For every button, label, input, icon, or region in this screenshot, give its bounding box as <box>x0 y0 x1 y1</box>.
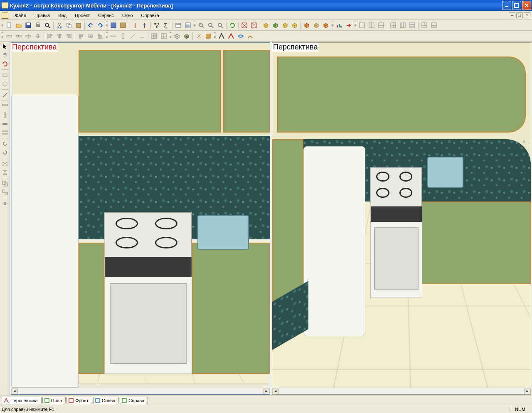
eye-button[interactable] <box>1 199 9 208</box>
line-button[interactable] <box>1 91 9 99</box>
texture2-button[interactable] <box>204 32 213 41</box>
menu-view[interactable]: Вид <box>54 12 71 19</box>
layout1-button[interactable] <box>357 21 367 30</box>
rect-button[interactable] <box>1 71 9 79</box>
view1-button[interactable] <box>217 32 226 41</box>
shelf-button[interactable] <box>1 128 9 137</box>
texture1-button[interactable] <box>194 32 203 41</box>
refresh-button[interactable] <box>228 21 237 30</box>
view2-button[interactable] <box>227 32 236 41</box>
list-button[interactable] <box>183 21 192 30</box>
box-orange2-button[interactable] <box>321 21 330 30</box>
open-button[interactable] <box>14 21 23 30</box>
align1-button[interactable] <box>45 32 54 41</box>
viewport-right-scrollbar[interactable]: ◄ ► <box>272 388 531 394</box>
part-button[interactable] <box>140 21 149 30</box>
circle-button[interactable] <box>1 80 9 88</box>
toggle2-button[interactable] <box>249 21 259 30</box>
cut-button[interactable] <box>55 21 64 30</box>
panel-button[interactable] <box>1 102 9 111</box>
screw-button[interactable] <box>131 21 140 30</box>
new-button[interactable] <box>5 21 14 30</box>
cube-solid-button[interactable] <box>182 32 191 41</box>
settings-button[interactable] <box>174 21 183 30</box>
cube-wire-button[interactable] <box>172 32 182 41</box>
material-button[interactable] <box>109 21 118 30</box>
toolbar-grip-icon[interactable] <box>106 22 108 29</box>
tab-left[interactable]: Слева <box>93 397 119 404</box>
toolbar-grip-icon[interactable] <box>170 32 171 40</box>
scroll-right-arrow-icon[interactable]: ► <box>263 388 270 394</box>
scroll-left-arrow-icon[interactable]: ◄ <box>11 388 18 394</box>
menu-file[interactable]: Файл <box>11 12 30 19</box>
scroll-right-arrow-icon[interactable]: ► <box>524 388 531 394</box>
dim1-button[interactable] <box>109 32 118 41</box>
menu-window[interactable]: Окно <box>118 12 137 19</box>
hand-button[interactable] <box>1 51 9 59</box>
layout6-button[interactable] <box>408 21 417 30</box>
zoom-out-button[interactable]: - <box>206 21 215 30</box>
toolbar-grip-icon[interactable] <box>106 32 108 40</box>
box-yellow3-button[interactable] <box>290 21 299 30</box>
group-button[interactable] <box>1 179 9 188</box>
save-button[interactable] <box>24 21 33 30</box>
box-tan-button[interactable] <box>312 21 321 30</box>
scroll-left-arrow-icon[interactable]: ◄ <box>272 388 279 394</box>
toolbar-grip-icon[interactable] <box>2 32 3 40</box>
toolbar-grip-icon[interactable] <box>194 22 195 29</box>
sum-button[interactable]: Σ <box>162 21 171 30</box>
align3-button[interactable] <box>64 32 74 41</box>
snap2-button[interactable] <box>14 32 23 41</box>
box-yellow2-button[interactable] <box>281 21 290 30</box>
align4-button[interactable] <box>76 32 86 41</box>
window-close-button[interactable] <box>522 1 531 10</box>
zoom-in-button[interactable]: + <box>197 21 206 30</box>
align6-button[interactable] <box>96 32 105 41</box>
viewport-left[interactable]: Перспектива <box>11 42 270 395</box>
arrow-right-button[interactable] <box>344 21 353 30</box>
dim2-button[interactable] <box>118 32 128 41</box>
toggle1-button[interactable] <box>240 21 249 30</box>
rotate-button[interactable] <box>1 60 9 68</box>
undo-button[interactable] <box>86 21 95 30</box>
layout5-button[interactable] <box>398 21 407 30</box>
edge-button[interactable] <box>1 120 9 128</box>
viewport-right[interactable]: Перспектива <box>272 42 531 395</box>
dim3-button[interactable] <box>128 32 137 41</box>
mdi-restore-button[interactable]: ❐ <box>516 12 523 18</box>
viewport-left-scrollbar[interactable]: ◄ ► <box>11 388 270 394</box>
snap3-button[interactable] <box>24 32 33 41</box>
print-button[interactable] <box>33 21 42 30</box>
window-maximize-button[interactable] <box>512 1 521 10</box>
snap1-button[interactable] <box>5 32 14 41</box>
layout2-button[interactable] <box>367 21 376 30</box>
toolbar-grip-icon[interactable] <box>355 22 356 29</box>
layout8-button[interactable] <box>429 21 438 30</box>
grid2-button[interactable] <box>159 32 168 41</box>
menu-service[interactable]: Сервис <box>94 12 118 19</box>
tab-right[interactable]: Справа <box>120 397 148 404</box>
color-button[interactable] <box>118 21 128 30</box>
preview-button[interactable] <box>43 21 52 30</box>
chart-button[interactable] <box>335 21 344 30</box>
box-green-button[interactable] <box>271 21 280 30</box>
view4-button[interactable] <box>246 32 255 41</box>
snap4-button[interactable] <box>33 32 42 41</box>
toolbar-grip-icon[interactable] <box>214 32 216 40</box>
box-yellow-button[interactable] <box>261 21 271 30</box>
mirror-h-button[interactable] <box>1 160 9 168</box>
menu-edit[interactable]: Правка <box>30 12 54 19</box>
redo-button[interactable] <box>96 21 105 30</box>
paste-button[interactable] <box>74 21 83 30</box>
rot-left-button[interactable] <box>1 140 9 148</box>
layout7-button[interactable] <box>420 21 429 30</box>
toolbar-grip-icon[interactable] <box>2 22 3 29</box>
menu-help[interactable]: Справка <box>137 12 163 19</box>
layout3-button[interactable] <box>377 21 386 30</box>
tree-button[interactable] <box>152 21 161 30</box>
mdi-minimize-button[interactable]: – <box>509 12 515 18</box>
window-minimize-button[interactable] <box>502 1 511 10</box>
dim4-button[interactable] <box>138 32 147 41</box>
rot-right-button[interactable] <box>1 148 9 157</box>
mirror-v-button[interactable] <box>1 168 9 177</box>
